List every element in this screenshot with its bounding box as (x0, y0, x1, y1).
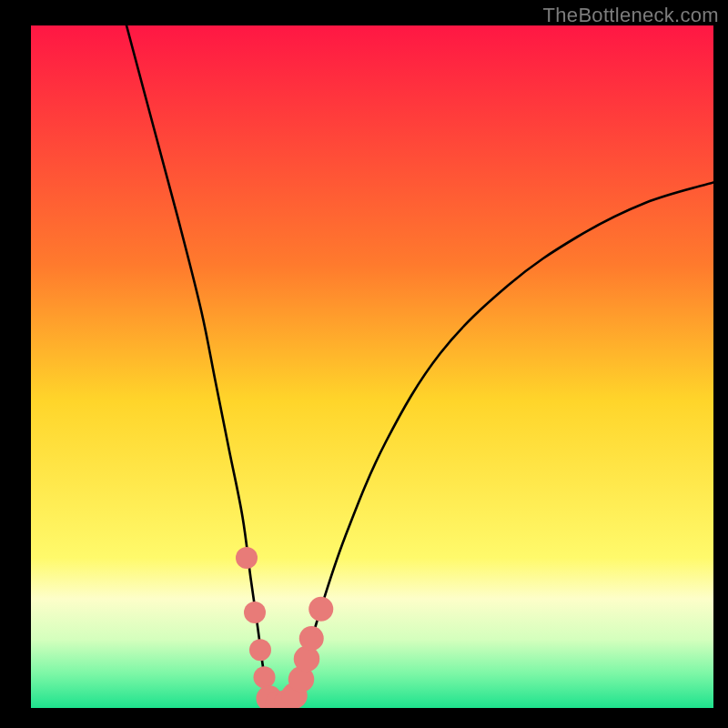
chart-frame: TheBottleneck.com (0, 0, 728, 728)
marker-point (308, 597, 333, 622)
bottleneck-plot (31, 25, 713, 708)
chart-background (31, 25, 713, 708)
chart-svg (31, 25, 713, 708)
marker-point (299, 626, 324, 651)
marker-point (236, 547, 258, 569)
marker-point (244, 602, 266, 623)
marker-point (249, 639, 271, 661)
watermark-text: TheBottleneck.com (543, 4, 719, 27)
marker-point (254, 666, 276, 688)
